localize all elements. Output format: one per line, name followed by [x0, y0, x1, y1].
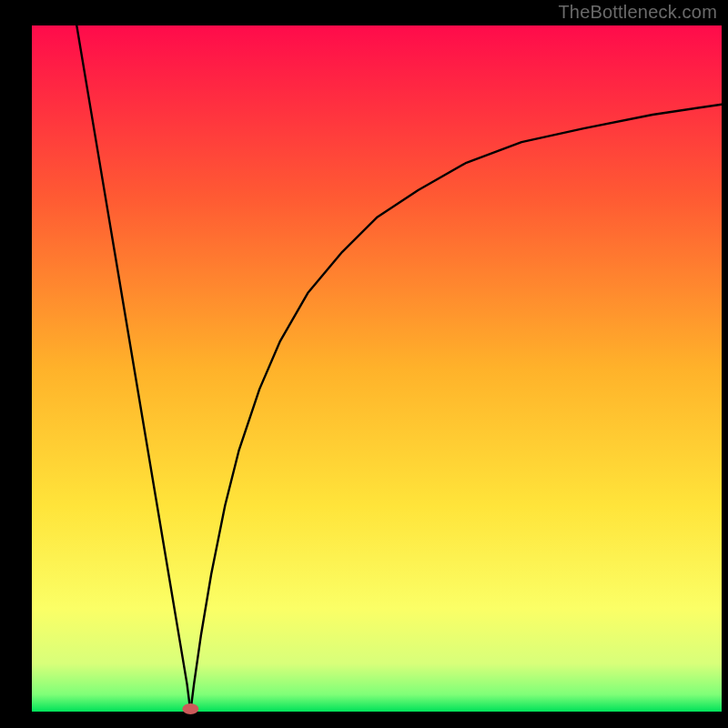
chart-frame: TheBottleneck.com — [0, 0, 728, 728]
plot-background — [32, 25, 722, 712]
watermark-text: TheBottleneck.com — [558, 2, 717, 23]
optimum-marker — [182, 703, 198, 714]
bottleneck-chart — [0, 0, 728, 728]
